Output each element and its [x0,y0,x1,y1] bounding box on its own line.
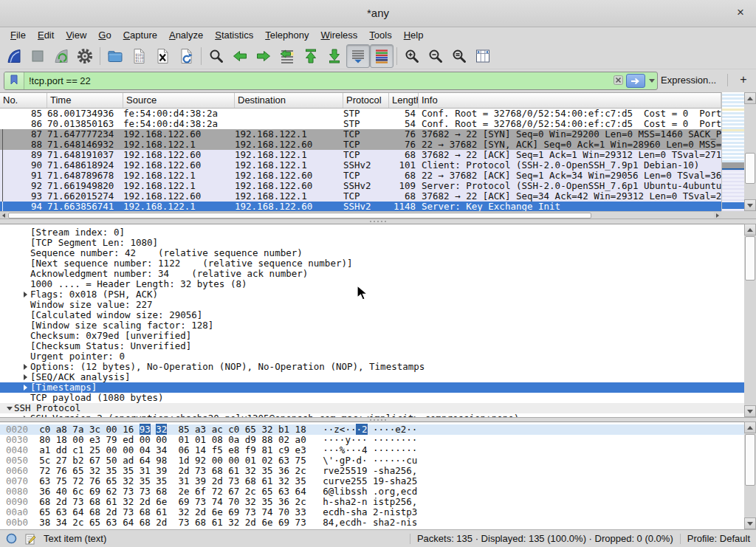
detail-line[interactable]: 1000 .... = Header Length: 32 bytes (8) [0,279,756,289]
packet-map[interactable] [721,92,744,211]
packet-list-hscroll-thumb[interactable] [8,213,591,219]
packet-row[interactable]: 9471.663856741192.168.122.1192.168.122.6… [0,202,721,212]
detail-line[interactable]: [Timestamps] [0,382,756,393]
column-header-source[interactable]: Source [123,93,235,108]
packet-row[interactable]: 9371.662015274192.168.122.60192.168.122.… [0,191,721,202]
hex-row[interactable]: 0090 68 2d 73 68 61 32 2d 6e 69 73 74 70… [0,497,756,507]
column-header-destination[interactable]: Destination [235,93,343,108]
packet-bytes-pane[interactable]: 0020 c0 a8 7a 3c 00 16 93 32 85 a3 ac c0… [0,422,756,529]
details-vscroll-thumb[interactable] [745,236,755,281]
add-filter-button[interactable]: + [735,72,752,89]
detail-line[interactable]: [TCP Segment Len: 1080] [0,238,756,248]
go-forward-button[interactable] [252,44,275,68]
expert-info-icon[interactable] [6,533,17,544]
titlebar[interactable]: *any × [0,0,756,27]
detail-line[interactable]: Options: (12 bytes), No-Operation (NOP),… [0,362,756,372]
detail-line[interactable]: Window size value: 227 [0,300,756,310]
zoom-reset-button[interactable] [447,44,471,68]
capture-options-button[interactable] [73,44,97,68]
detail-line[interactable]: [Stream index: 0] [0,227,756,238]
detail-line[interactable]: [Next sequence number: 1122 (relative se… [0,258,756,269]
packet-list-vscrollbar[interactable] [744,92,756,211]
close-window-button[interactable]: × [731,0,750,27]
zoom-in-button[interactable] [400,44,424,68]
hex-row[interactable]: 0020 c0 a8 7a 3c 00 16 93 32 85 a3 ac c0… [0,424,756,435]
menu-help[interactable]: Help [398,27,430,44]
menu-wireless[interactable]: Wireless [315,27,364,44]
hex-row[interactable]: 0030 80 18 00 e3 79 ed 00 00 01 01 08 0a… [0,435,756,445]
menu-telephony[interactable]: Telephony [259,27,315,44]
filter-history-dropdown[interactable] [647,72,657,89]
detail-line[interactable]: [Window size scaling factor: 128] [0,320,756,331]
packet-row[interactable]: 8971.648191037192.168.122.60192.168.122.… [0,150,721,160]
colorize-button[interactable] [370,44,394,68]
zoom-out-button[interactable] [424,44,447,68]
hex-row[interactable]: 0070 63 75 72 76 65 32 35 35 31 39 2d 73… [0,476,756,486]
packet-row[interactable]: 8670.013850163fe:54:00:d4:38:2aSTP54Conf… [0,119,721,129]
bytes-vscrollbar[interactable] [744,422,756,529]
hex-row[interactable]: 0080 36 40 6c 69 62 73 73 68 2e 6f 72 67… [0,486,756,497]
restart-capture-button[interactable] [49,44,73,68]
detail-line[interactable]: [Calculated window size: 29056] [0,310,756,320]
expand-icon[interactable] [21,364,30,370]
scroll-down-icon[interactable] [744,405,756,417]
detail-line[interactable]: [Checksum Status: Unverified] [0,341,756,351]
reload-file-button[interactable] [174,44,198,68]
detail-line[interactable]: SSH Protocol [0,403,756,413]
menu-file[interactable]: File [4,27,32,44]
save-file-button[interactable]: 010101100111 [127,44,151,68]
detail-line[interactable]: Sequence number: 42 (relative sequence n… [0,248,756,258]
filter-bookmark-button[interactable] [4,72,24,89]
hex-row[interactable]: 00a0 65 63 64 68 2d 73 68 61 32 2d 6e 69… [0,507,756,517]
packet-row[interactable]: 8871.648146932192.168.122.1192.168.122.6… [0,140,721,150]
column-header-no[interactable]: No. [0,93,47,108]
expand-icon[interactable] [21,374,30,380]
detail-line[interactable]: TCP payload (1080 bytes) [0,393,756,403]
expand-icon[interactable] [21,385,30,391]
display-filter-field[interactable]: !tcp.port == 22 [4,72,658,90]
profile-text[interactable]: Profile: Default [687,533,750,544]
packet-row[interactable]: 9071.648618924192.168.122.60192.168.122.… [0,160,721,171]
scroll-down-icon[interactable] [744,517,756,529]
menu-view[interactable]: View [60,27,92,44]
detail-line[interactable]: Acknowledgment number: 34 (relative ack … [0,269,756,279]
start-capture-button[interactable] [2,44,26,68]
packet-row[interactable]: 8771.647777234192.168.122.60192.168.122.… [0,129,721,140]
hex-row[interactable]: 0040 a1 dd c1 25 00 00 04 34 06 14 f5 e8… [0,445,756,455]
menu-statistics[interactable]: Statistics [209,27,259,44]
hex-row[interactable]: 0060 72 76 65 32 35 35 31 39 2d 73 68 61… [0,466,756,476]
auto-scroll-button[interactable] [346,44,370,68]
go-last-button[interactable] [323,44,346,68]
packet-row[interactable]: 9171.648789678192.168.122.1192.168.122.6… [0,171,721,181]
scroll-up-icon[interactable] [744,422,756,433]
stop-capture-button[interactable] [26,44,49,68]
bytes-vscroll-thumb[interactable] [745,434,755,486]
menu-go[interactable]: Go [92,27,117,44]
display-filter-input[interactable]: !tcp.port == 22 [24,75,611,86]
scroll-down-icon[interactable] [744,199,756,211]
detail-line[interactable]: Urgent pointer: 0 [0,351,756,362]
hex-row[interactable]: 00b0 38 34 2c 65 63 64 68 2d 73 68 61 32… [0,517,756,528]
capture-comment-icon[interactable] [24,533,36,545]
detail-line[interactable]: [SEQ/ACK analysis] [0,372,756,382]
menu-analyze[interactable]: Analyze [163,27,209,44]
resize-columns-button[interactable] [471,44,495,68]
column-header-info[interactable]: Info [419,93,721,108]
hex-row[interactable]: 0050 5c 27 b2 67 50 ad 64 98 1d 92 00 00… [0,455,756,466]
column-header-length[interactable]: Length [389,93,419,108]
packet-row[interactable]: 8568.001734936fe:54:00:d4:38:2aSTP54Conf… [0,109,721,119]
column-header-protocol[interactable]: Protocol [343,93,389,108]
column-header-time[interactable]: Time [47,93,123,108]
packet-list-hscrollbar[interactable] [0,211,721,219]
scroll-up-icon[interactable] [744,224,756,235]
open-file-button[interactable] [103,44,127,68]
filter-clear-button[interactable] [611,75,625,88]
find-packet-button[interactable] [205,44,228,68]
pane-splitter-top[interactable] [0,219,756,224]
detail-line[interactable]: Flags: 0x018 (PSH, ACK) [0,289,756,300]
menu-edit[interactable]: Edit [32,27,60,44]
menu-tools[interactable]: Tools [363,27,397,44]
filter-apply-button[interactable] [626,74,645,88]
go-to-packet-button[interactable] [275,44,299,68]
expand-icon[interactable] [21,292,30,297]
